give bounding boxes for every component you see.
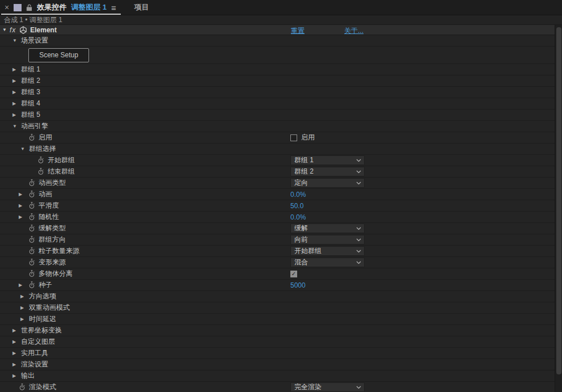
group-row: ▶实用工具: [0, 348, 555, 359]
scrollbar[interactable]: [555, 25, 562, 392]
checkbox[interactable]: ✓: [290, 271, 297, 277]
dropdown[interactable]: 完全渲染: [290, 382, 365, 392]
stopwatch-icon[interactable]: [28, 202, 35, 209]
param-label: 动画类型: [39, 178, 66, 188]
disclosure-triangle[interactable]: ▶: [19, 283, 28, 288]
dropdown-value: 定向: [294, 178, 308, 188]
param-value[interactable]: 0.0%: [290, 191, 306, 199]
disclosure-triangle[interactable]: ▶: [19, 203, 28, 208]
group-label: 群组 3: [21, 87, 40, 97]
disclosure-triangle[interactable]: ▶: [12, 373, 19, 378]
param-value[interactable]: 0.0%: [290, 213, 306, 221]
checkbox-caption: 启用: [301, 133, 315, 142]
panel-tab-bar: × 效果控件 调整图层 1 ≡ 项目: [0, 0, 562, 15]
dropdown[interactable]: 混合: [290, 258, 365, 267]
stopwatch-icon[interactable]: [28, 213, 35, 221]
stopwatch-icon[interactable]: [37, 157, 44, 164]
stopwatch-icon[interactable]: [28, 270, 35, 277]
tab-effect-controls[interactable]: × 效果控件 调整图层 1 ≡: [0, 0, 122, 15]
disclosure-triangle[interactable]: ▶: [12, 351, 19, 356]
disclosure-triangle[interactable]: ▶: [19, 214, 28, 220]
param-label: 缓解类型: [39, 224, 66, 233]
group-label: 群组 5: [21, 110, 40, 120]
group-label: 方向选项: [29, 292, 56, 301]
panel-square-icon: [14, 4, 22, 11]
tab-project[interactable]: 项目: [134, 2, 149, 12]
disclosure-triangle[interactable]: ▼: [12, 38, 19, 43]
stopwatch-icon[interactable]: [28, 225, 35, 232]
group-row: ▶群组 2: [0, 75, 555, 87]
group-label: 渲染设置: [21, 360, 48, 369]
disclosure-triangle[interactable]: ▶: [19, 192, 28, 197]
stopwatch-icon[interactable]: [28, 259, 35, 266]
dropdown[interactable]: 缓解: [290, 224, 365, 233]
disclosure-triangle[interactable]: ▼: [20, 146, 27, 151]
disclosure-triangle[interactable]: ▼: [2, 27, 7, 32]
stopwatch-icon[interactable]: [37, 168, 44, 175]
dropdown[interactable]: 定向: [290, 178, 365, 188]
stopwatch-icon[interactable]: [28, 134, 35, 141]
lock-icon[interactable]: [26, 4, 32, 11]
scene-setup-button[interactable]: Scene Setup: [28, 48, 89, 62]
param-row: ▶随机性0.0%: [0, 212, 555, 223]
effect-name[interactable]: Element: [30, 26, 57, 34]
param-label: 群组方向: [39, 235, 66, 245]
group-row: ▶双重动画模式: [0, 302, 555, 314]
dropdown-value: 群组 1: [294, 155, 314, 165]
group-row: ▶群组 3: [0, 87, 555, 98]
close-icon[interactable]: ×: [5, 3, 9, 11]
param-row: ▶种子5000: [0, 280, 555, 291]
group-row: ▶群组 5: [0, 109, 555, 121]
param-row: 渲染模式完全渲染: [0, 382, 555, 392]
param-row: ▶动画0.0%: [0, 189, 555, 200]
disclosure-triangle[interactable]: ▶: [12, 67, 19, 72]
dropdown-value: 混合: [294, 258, 308, 267]
disclosure-triangle[interactable]: ▶: [12, 339, 19, 344]
disclosure-triangle[interactable]: ▶: [12, 362, 19, 367]
scrollbar-thumb[interactable]: [556, 27, 561, 374]
param-label: 平滑度: [39, 201, 59, 210]
param-value[interactable]: 5000: [290, 281, 306, 289]
dropdown-value: 向前: [294, 235, 308, 245]
group-row: ▶渲染设置: [0, 359, 555, 370]
stopwatch-icon[interactable]: [28, 236, 35, 243]
disclosure-triangle[interactable]: ▶: [12, 328, 19, 333]
stopwatch-icon[interactable]: [19, 383, 26, 391]
group-label: 世界坐标变换: [21, 326, 62, 335]
group-label: 双重动画模式: [29, 303, 70, 313]
stopwatch-icon[interactable]: [28, 247, 35, 255]
stopwatch-icon[interactable]: [28, 281, 35, 289]
param-row: 缓解类型缓解: [0, 223, 555, 234]
disclosure-triangle[interactable]: ▶: [20, 317, 27, 322]
panel-title: 效果控件: [37, 2, 66, 12]
disclosure-triangle[interactable]: ▶: [12, 90, 19, 95]
group-label: 自定义图层: [21, 337, 55, 347]
stopwatch-icon[interactable]: [28, 191, 35, 198]
disclosure-triangle[interactable]: ▶: [20, 294, 27, 299]
group-row: ▼场景设置: [0, 35, 555, 47]
dropdown[interactable]: 群组 1: [290, 155, 365, 165]
group-row: ▼动画引擎: [0, 121, 555, 132]
stopwatch-icon[interactable]: [28, 179, 35, 187]
dropdown[interactable]: 开始群组: [290, 246, 365, 256]
panel-menu-icon[interactable]: ≡: [111, 3, 116, 12]
checkbox[interactable]: [290, 134, 297, 141]
breadcrumb: 合成 1 • 调整图层 1: [0, 15, 562, 25]
dropdown-value: 完全渲染: [294, 382, 322, 392]
param-label: 粒子数量来源: [39, 246, 79, 256]
dropdown[interactable]: 向前: [290, 235, 365, 245]
param-label: 多物体分离: [39, 269, 73, 279]
param-row: 粒子数量来源开始群组: [0, 246, 555, 257]
disclosure-triangle[interactable]: ▼: [12, 124, 19, 129]
disclosure-triangle[interactable]: ▶: [20, 305, 27, 310]
param-value[interactable]: 50.0: [290, 202, 303, 210]
dropdown[interactable]: 群组 2: [290, 167, 365, 176]
reset-link[interactable]: 重置: [291, 26, 305, 36]
param-row: 群组方向向前: [0, 234, 555, 246]
about-link[interactable]: 关于...: [344, 26, 364, 36]
disclosure-triangle[interactable]: ▶: [12, 78, 19, 83]
disclosure-triangle[interactable]: ▶: [12, 112, 19, 117]
chevron-down-icon: [356, 159, 361, 162]
disclosure-triangle[interactable]: ▶: [12, 101, 19, 106]
fx-badge-icon[interactable]: fx: [10, 26, 16, 34]
